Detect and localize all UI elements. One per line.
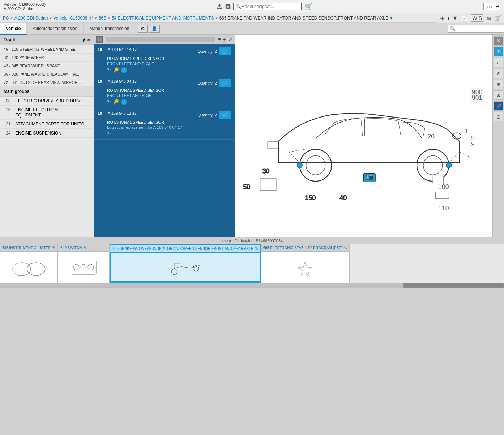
part-refresh-icon-1[interactable]: ↻ [107,67,111,73]
breadcrumb-sedan[interactable]: A 200 CDI Sedan [14,16,48,21]
rt-zoom-in-btn[interactable]: ⊕ [494,90,503,100]
thumb-link-585[interactable]: 585 INSTRUMENT CLUSTER [2,246,51,250]
tab-extra-btn-2[interactable]: 👤 [149,25,160,33]
sidebar-collapse-icon[interactable]: ∧ [82,37,86,43]
language-selector[interactable]: en de fr [483,3,500,10]
warning-icon[interactable]: ⚠ [217,3,222,10]
sidebar-group-15[interactable]: 15 ENGINE ELECTRICALEQUIPMENT [0,106,94,120]
part-icons-2: ↻ 🔑 i [107,99,231,105]
thumb-image-640[interactable] [58,252,109,283]
svg-text:100: 100 [438,183,449,191]
rt-pin-btn[interactable]: 📌 [494,101,503,111]
part-key-icon-1[interactable]: 🔑 [113,67,119,73]
vehicle-link-icon[interactable]: 🔗 [88,16,93,20]
sidebar-top5-2[interactable]: 82 - 120 PANE WIPER [0,54,94,62]
tab-automatic-transmission[interactable]: Automatic transmission [27,23,84,34]
part-icons-1: ↻ 🔑 i [107,67,231,73]
thumb-edit-icon-695[interactable]: ✎ [344,246,347,250]
filter-icon[interactable]: ▼ [452,15,458,21]
breadcrumb-dropdown-icon[interactable]: ▼ [389,16,393,21]
tab-extra-btn-1[interactable]: ⚙ [138,25,148,33]
thumb-image-695[interactable] [261,252,350,283]
sidebar-top5-list: 46 - 105 STEERING WHEEL AND STEE... 82 -… [0,45,94,237]
tab-search-input[interactable] [455,26,502,31]
rt-target-btn[interactable]: ◎ [494,47,503,56]
breadcrumb-vehicle[interactable]: Vehicle: C169008 [53,16,87,21]
sidebar-top5-4[interactable]: 86 - 030 PANE WASHER,HEADLAMP W... [0,70,94,78]
rt-grid-btn[interactable]: ⊞ [494,80,503,89]
doc-icon[interactable]: 📄 [461,15,468,22]
thumb-link-640[interactable]: 640 SWITCH [60,246,82,250]
part-item-1[interactable]: 10 A 169 540 14 17 Quantity: 2 🛒 ROTATIO… [94,44,235,76]
sidebar-group-21[interactable]: 21 ATTACHMENT PARTS FOR UNITS [0,120,94,129]
cart-icon[interactable]: 🛒 [304,3,312,10]
thumb-image-585[interactable] [0,252,57,283]
rt-close-btn[interactable]: ✕ [494,36,503,46]
thumb-link-695[interactable]: 695 ELECTRONIC STABILITY PROGRAM (ESP) [263,246,343,250]
svg-point-37 [171,269,177,275]
breadcrumb-pc[interactable]: PC [3,16,9,21]
header-right: en de fr [483,3,500,10]
thumb-edit-icon-585[interactable]: ✎ [52,246,55,250]
thumb-edit-icon-640[interactable]: ✎ [83,246,86,250]
zoom-in-icon[interactable]: ⊕ [440,15,445,22]
copy-icon[interactable]: ⧉ [225,3,230,11]
add-to-cart-btn-3[interactable]: 🛒 [219,111,231,119]
part-info-icon-1[interactable]: i [121,67,127,73]
thumb-image-665[interactable] [110,252,260,282]
breadcrumb-66b[interactable]: 66B [99,16,106,21]
sidebar-group-24[interactable]: 24 ENGINE SUSPENSION [0,129,94,138]
thumb-link-665[interactable]: 665 BRAKE PAD WEAR INDICATOR AND SPEED S… [112,247,253,251]
sidebar-minimize-icon[interactable]: « [87,37,90,43]
color-square[interactable] [96,36,103,43]
model-search-button[interactable]: 🔍 [236,4,241,9]
rt-cross-btn[interactable]: ✗ [494,69,503,78]
rt-zoom-out-btn[interactable]: ⊖ [494,112,503,121]
add-to-cart-btn-2[interactable]: 🛒 [219,79,231,87]
info-icon[interactable]: i [448,15,449,21]
thumb-label-695: 695 ELECTRONIC STABILITY PROGRAM (ESP) ✎ [261,244,350,252]
image-id: Image ID: drawing_B54665000034 [0,237,504,244]
tab-bar: Vehicle Automatic transmission Manual tr… [0,23,504,35]
part-refresh-icon-2[interactable]: ↻ [107,99,111,105]
part-name-2: ROTATIONAL SPEED SENSOR [107,88,231,93]
cart2-icon[interactable]: 🛒 [494,15,501,22]
svg-text:50: 50 [243,183,251,191]
vehicle-id: Vehicle: C169008 (66B) [4,2,46,7]
sidebar-group-08[interactable]: 08 ELECTRIC DRIVE/HYBRID DRIVE [0,97,94,106]
sidebar-groups-header: Main groups [0,87,94,97]
tab-vehicle[interactable]: Vehicle [0,23,27,35]
sidebar-top5-3[interactable]: 42 - 045 REAR WHEEL BRAKE [0,62,94,70]
sidebar-top5-5[interactable]: 72 - 331 OUTSIDE REAR VIEW MIRROR... [0,78,94,87]
bottom-scrollbar[interactable] [0,283,504,288]
parts-header-icons: ≡ ⊞ ⤢ [218,37,232,42]
sidebar-title: Top 5 [4,37,15,42]
part-refresh-icon-3[interactable]: ↻ [107,131,111,136]
part-sub-3: Logistical replacement for A 169 540 04 … [107,125,231,129]
rt-undo-btn[interactable]: ↩ [494,58,503,67]
header-controls: ⚠ ⧉ 🔍 🛒 [217,3,312,11]
breadcrumb-54[interactable]: 54 ELECTRICAL EQUIPMENT AND INSTRUMENTS [112,16,214,21]
part-item-3[interactable]: 10 A 169 540 11 17 Quantity: 2 🛒 ROTATIO… [94,108,235,140]
part-item-2[interactable]: 10 A 169 540 04 17 Quantity: 2 🛒 ROTATIO… [94,76,235,108]
thumbnail-strip: 585 INSTRUMENT CLUSTER ✎ 640 SWITCH ✎ [0,244,504,283]
tab-extra-buttons: ⚙ 👤 [138,25,160,33]
parts-expand-icon[interactable]: ⤢ [228,37,232,42]
add-to-cart-btn-1[interactable]: 🛒 [219,47,231,55]
svg-text:9: 9 [471,141,475,148]
vehicle-drawing-svg: 900 901 30 150 50 40 10 904 905 100 110 [236,35,491,237]
email-icon[interactable]: ✉ [486,15,491,22]
thumb-label-665: 665 BRAKE PAD WEAR INDICATOR AND SPEED S… [110,245,260,252]
svg-text:30: 30 [262,167,270,175]
model-search-input[interactable] [241,4,299,9]
thumb-group-585: 585 INSTRUMENT CLUSTER ✎ [0,244,58,283]
parts-grid-icon[interactable]: ⊞ [222,37,227,42]
part-key-icon-2[interactable]: 🔑 [113,99,119,105]
sidebar-top5-1[interactable]: 46 - 105 STEERING WHEEL AND STEE... [0,45,94,54]
thumb-edit-icon-665[interactable]: ✎ [255,246,258,251]
sidebar: Top 5 ∧ « 46 - 105 STEERING WHEEL AND ST… [0,35,94,237]
tab-manual-transmission[interactable]: Manual transmission [84,23,135,34]
wis-icon[interactable]: WIS [471,14,483,22]
part-info-icon-2[interactable]: i [121,99,127,105]
parts-list-icon[interactable]: ≡ [218,37,221,42]
